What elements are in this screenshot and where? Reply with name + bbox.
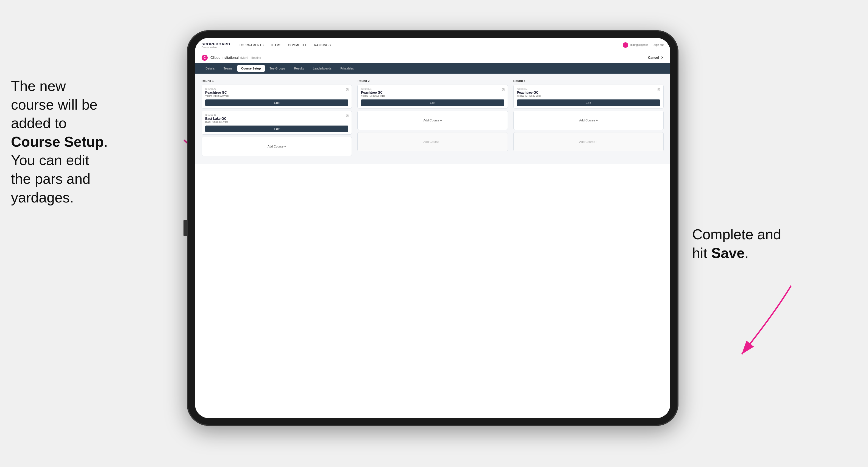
round-1-course-b-badge: (Course B) (205, 114, 348, 116)
round-1-course-a-card: ⊠ (Course A) Peachtree GC Yellow (M) (66… (202, 85, 352, 108)
round-3-course-a-delete[interactable]: ⊠ (657, 87, 661, 92)
logo-main-text: SCOREBOARD (202, 42, 230, 46)
tablet-frame: SCOREBOARD Powered by clippd TOURNAMENTS… (187, 30, 679, 426)
round-1-column: Round 1 ⊠ (Course A) Peachtree GC Yellow… (202, 79, 352, 158)
cancel-button[interactable]: Cancel ✕ (647, 56, 663, 60)
tab-course-setup[interactable]: Course Setup (237, 65, 265, 72)
round-2-add-course-text: Add Course + (423, 119, 442, 122)
round-1-add-course-button[interactable]: Add Course + (202, 137, 352, 156)
nav-teams[interactable]: TEAMS (270, 42, 281, 48)
round-1-course-b-name: East Lake GC (205, 117, 348, 121)
tournament-name: Clippd Invitational (210, 56, 239, 60)
annotation-right: Complete and hit Save. (692, 225, 851, 262)
round-3-course-a-tee: Yellow (M) (6629 yds) (517, 94, 660, 97)
delete-icon-b[interactable]: ⊠ (346, 114, 349, 118)
round-2-course-a-edit-button[interactable]: Edit (361, 99, 504, 106)
annotation-right-save: Save (711, 245, 744, 261)
tab-teams[interactable]: Teams (220, 65, 236, 72)
round-1-course-b-card: ⊠ (Course B) East Lake GC Black (M) (689… (202, 111, 352, 134)
nav-committee[interactable]: COMMITTEE (288, 42, 308, 48)
logo-sub-text: Powered by clippd (202, 46, 230, 48)
round-2-course-a-badge: (Course A) (361, 88, 504, 90)
nav-links: TOURNAMENTS TEAMS COMMITTEE RANKINGS (239, 42, 623, 48)
sign-out-link[interactable]: Sign out (653, 43, 663, 46)
round-2-add-course-text-2: Add Course + (423, 140, 442, 144)
nav-tournaments[interactable]: TOURNAMENTS (239, 42, 264, 48)
tab-printables[interactable]: Printables (337, 65, 358, 72)
rounds-grid: Round 1 ⊠ (Course A) Peachtree GC Yellow… (202, 79, 663, 158)
nav-right: blair@clippd.io | Sign out (623, 42, 663, 48)
round-3-add-course-text-2: Add Course + (579, 140, 598, 144)
round-2-label: Round 2 (358, 79, 507, 83)
cancel-label: Cancel (648, 56, 659, 60)
arrow-right-icon (720, 280, 802, 363)
tournament-status: Hosting (251, 56, 261, 59)
round-3-course-a-edit-button[interactable]: Edit (517, 99, 660, 106)
tab-details[interactable]: Details (202, 65, 219, 72)
annotation-line7: yardages. (11, 190, 73, 206)
annotation-line4-bold: Course Setup (11, 134, 104, 150)
tournament-logo: C (202, 55, 208, 61)
tournament-gender: (Men) (240, 56, 248, 59)
delete-icon-r2[interactable]: ⊠ (502, 87, 505, 92)
annotation-right-line2-plain: hit (692, 245, 711, 261)
round-3-label: Round 3 (514, 79, 663, 83)
round-2-course-a-name: Peachtree GC (361, 91, 504, 94)
round-2-course-a-delete[interactable]: ⊠ (502, 87, 505, 92)
tournament-bar: C Clippd Invitational (Men) Hosting Canc… (195, 52, 670, 63)
delete-icon[interactable]: ⊠ (346, 87, 349, 92)
nav-rankings[interactable]: RANKINGS (314, 42, 331, 48)
round-3-course-a-badge: (Course A) (517, 88, 660, 90)
round-3-add-course-text: Add Course + (579, 119, 598, 122)
user-avatar (623, 42, 628, 48)
annotation-line6: the pars and (11, 171, 90, 187)
tablet-side-button (184, 220, 187, 236)
cancel-icon: ✕ (661, 56, 663, 60)
tab-leaderboards[interactable]: Leaderboards (309, 65, 335, 72)
user-email: blair@clippd.io (630, 43, 649, 46)
round-1-course-b-delete[interactable]: ⊠ (346, 113, 349, 118)
round-3-add-course-disabled: Add Course + (514, 132, 663, 151)
round-1-course-a-name: Peachtree GC (205, 91, 348, 94)
round-2-course-a-card: ⊠ (Course A) Peachtree GC Yellow (M) (66… (358, 85, 507, 108)
scoreboard-logo: SCOREBOARD Powered by clippd (202, 42, 230, 48)
round-2-column: Round 2 ⊠ (Course A) Peachtree GC Yellow… (358, 79, 507, 158)
sub-tabs: Details Teams Course Setup Tee Groups Re… (195, 63, 670, 73)
annotation-line3: added to (11, 115, 66, 131)
round-1-course-a-tee: Yellow (M) (6629 yds) (205, 94, 348, 97)
round-2-course-a-tee: Yellow (M) (6629 yds) (361, 94, 504, 97)
tab-tee-groups[interactable]: Tee Groups (266, 65, 289, 72)
annotation-line5: You can edit (11, 152, 89, 168)
round-1-course-a-edit-button[interactable]: Edit (205, 99, 348, 106)
round-1-label: Round 1 (202, 79, 352, 83)
round-3-course-a-name: Peachtree GC (517, 91, 660, 94)
annotation-line2: course will be (11, 97, 97, 113)
round-3-column: Round 3 ⊠ (Course A) Peachtree GC Yellow… (514, 79, 663, 158)
round-2-add-course-button[interactable]: Add Course + (358, 111, 507, 130)
tab-results[interactable]: Results (290, 65, 308, 72)
round-1-course-b-edit-button[interactable]: Edit (205, 126, 348, 132)
annotation-right-line1: Complete and (692, 226, 781, 242)
round-1-course-a-badge: (Course A) (205, 88, 348, 90)
annotation-line1: The new (11, 78, 66, 94)
round-1-course-a-delete[interactable]: ⊠ (346, 87, 349, 92)
round-1-add-course-text: Add Course + (268, 145, 286, 148)
tablet-screen: SCOREBOARD Powered by clippd TOURNAMENTS… (195, 38, 670, 418)
main-content: Round 1 ⊠ (Course A) Peachtree GC Yellow… (195, 73, 670, 164)
logo-letter: C (204, 56, 206, 60)
round-1-course-b-tee: Black (M) (6891 yds) (205, 121, 348, 123)
round-2-add-course-disabled: Add Course + (358, 132, 507, 151)
round-3-course-a-card: ⊠ (Course A) Peachtree GC Yellow (M) (66… (514, 85, 663, 108)
delete-icon-r3[interactable]: ⊠ (657, 87, 661, 92)
round-3-add-course-button[interactable]: Add Course + (514, 111, 663, 130)
top-nav: SCOREBOARD Powered by clippd TOURNAMENTS… (195, 38, 670, 52)
